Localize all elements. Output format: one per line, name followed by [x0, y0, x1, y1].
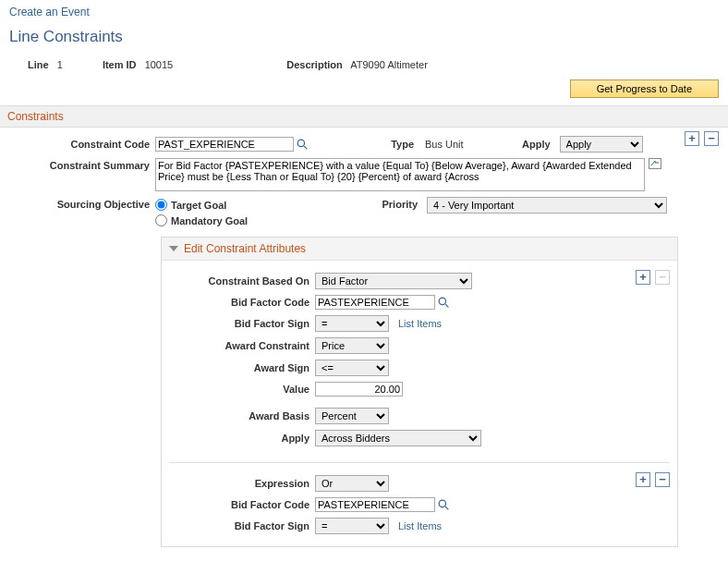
priority-label: Priority [312, 197, 423, 210]
bid-factor-sign-select[interactable]: = [315, 518, 389, 534]
apply-select[interactable]: Across Bidders [315, 430, 481, 446]
bid-factor-code-input[interactable] [315, 295, 435, 310]
add-attr-button[interactable]: + [636, 270, 650, 285]
list-items-link[interactable]: List Items [398, 520, 442, 531]
value-label: Value [176, 384, 315, 395]
award-sign-select[interactable]: <= [315, 360, 389, 376]
svg-line-4 [445, 304, 448, 307]
svg-point-5 [439, 500, 445, 507]
line-label: Line [28, 59, 49, 70]
lookup-icon[interactable] [437, 296, 450, 309]
description-value: AT9090 Altimeter [350, 59, 428, 70]
type-label: Type [309, 139, 419, 150]
svg-point-3 [439, 298, 445, 304]
item-id-label: Item ID [103, 59, 137, 70]
constraint-summary-label: Constraint Summary [7, 158, 155, 171]
info-row: Line 1 Item ID 10015 Description AT9090 … [0, 55, 728, 79]
award-basis-select[interactable]: Percent [315, 408, 389, 424]
target-goal-radio[interactable] [155, 199, 167, 211]
bid-factor-sign-label: Bid Factor Sign [176, 318, 315, 329]
constraint-based-on-select[interactable]: Bid Factor [315, 273, 472, 289]
svg-rect-2 [649, 159, 661, 169]
apply-select[interactable]: Apply [560, 136, 643, 153]
list-items-link[interactable]: List Items [398, 318, 442, 329]
expression-label: Expression [176, 478, 315, 489]
award-constraint-label: Award Constraint [176, 340, 315, 351]
award-basis-label: Award Basis [176, 410, 315, 421]
mandatory-goal-label: Mandatory Goal [171, 215, 248, 226]
lookup-icon[interactable] [296, 138, 309, 151]
award-sign-label: Award Sign [176, 362, 315, 373]
breadcrumb[interactable]: Create an Event [0, 0, 728, 24]
bid-factor-sign-select[interactable]: = [315, 315, 389, 332]
award-constraint-select[interactable]: Price [315, 337, 389, 354]
page-title: Line Constraints [0, 24, 728, 55]
constraint-code-label: Constraint Code [7, 139, 155, 150]
constraint-summary-textarea[interactable]: For Bid Factor {PASTEXPERIENCE} with a v… [155, 158, 645, 191]
delete-row-button[interactable]: − [704, 131, 719, 146]
constraint-code-input[interactable] [155, 137, 294, 152]
svg-point-0 [297, 140, 304, 146]
mandatory-goal-radio[interactable] [155, 214, 167, 226]
apply-label: Apply [464, 139, 556, 150]
delete-attr-button: − [655, 270, 670, 285]
target-goal-label: Target Goal [171, 200, 226, 211]
constraint-based-on-label: Constraint Based On [176, 275, 315, 287]
bid-factor-sign-label: Bid Factor Sign [176, 520, 315, 531]
lookup-icon[interactable] [437, 498, 450, 511]
constraints-section-header: Constraints [0, 105, 728, 128]
add-row-button[interactable]: + [685, 131, 699, 146]
collapse-icon[interactable] [169, 246, 178, 251]
edit-constraint-attributes-title: Edit Constraint Attributes [184, 242, 306, 255]
delete-expr-button[interactable]: − [655, 472, 670, 487]
value-input[interactable] [315, 382, 403, 397]
line-value: 1 [57, 59, 63, 70]
apply-label: Apply [176, 433, 315, 444]
edit-constraint-attributes-panel: Edit Constraint Attributes + − Constrain… [161, 237, 678, 547]
zoom-icon[interactable] [647, 158, 661, 169]
sourcing-objective-label: Sourcing Objective [7, 197, 155, 210]
svg-line-6 [445, 507, 448, 509]
bid-factor-code-label: Bid Factor Code [176, 499, 315, 510]
expression-select[interactable]: Or [315, 475, 389, 492]
svg-line-1 [304, 146, 307, 149]
divider [169, 462, 670, 463]
item-id-value: 10015 [145, 59, 174, 70]
priority-select[interactable]: 4 - Very Important [427, 197, 667, 214]
get-progress-button[interactable]: Get Progress to Date [570, 79, 719, 98]
bid-factor-code-label: Bid Factor Code [176, 297, 315, 308]
add-expr-button[interactable]: + [636, 472, 650, 487]
bid-factor-code-input[interactable] [315, 497, 435, 512]
description-label: Description [286, 59, 343, 70]
type-value: Bus Unit [419, 139, 464, 150]
